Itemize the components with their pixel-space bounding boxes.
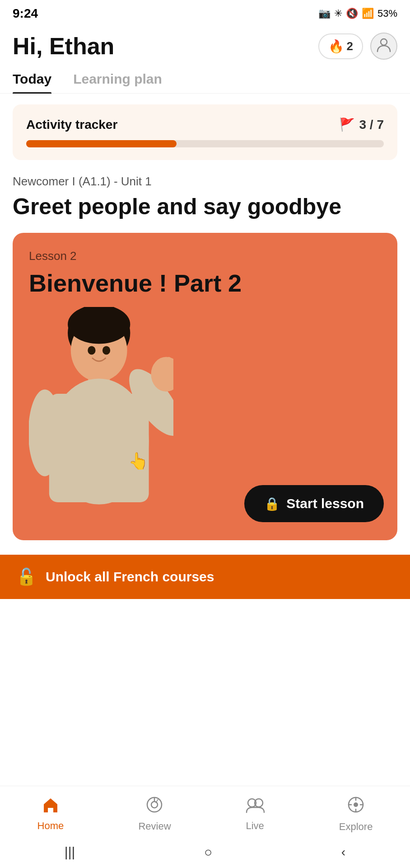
activity-tracker[interactable]: Activity tracker 🚩 3 / 7 <box>13 104 397 160</box>
mute-icon: 🔇 <box>346 8 358 19</box>
header: Hi, Ethan 🔥 2 <box>0 24 410 64</box>
svg-point-7 <box>29 389 61 476</box>
svg-point-14 <box>102 346 110 354</box>
nav-live-label: Live <box>246 820 264 832</box>
android-recent-btn[interactable]: ||| <box>65 844 75 860</box>
nav-review-label: Review <box>138 821 171 832</box>
tab-today[interactable]: Today <box>13 64 51 93</box>
start-lesson-button[interactable]: 🔒 Start lesson <box>244 485 384 522</box>
person-illustration <box>29 307 173 524</box>
explore-icon <box>346 795 365 818</box>
lesson-label: Lesson 2 <box>29 249 381 263</box>
status-time: 9:24 <box>13 6 38 21</box>
streak-count: 2 <box>347 39 353 53</box>
unlock-text: Unlock all French courses <box>46 569 214 585</box>
profile-button[interactable] <box>370 33 397 60</box>
streak-badge[interactable]: 🔥 2 <box>318 33 363 59</box>
status-icons: 📷 ✳ 🔇 📶 53% <box>318 8 397 19</box>
svg-point-0 <box>381 39 387 45</box>
bottom-spacer <box>0 599 410 689</box>
svg-rect-10 <box>160 359 165 372</box>
camera-icon: 📷 <box>318 8 331 19</box>
home-icon <box>42 796 60 817</box>
svg-point-16 <box>151 802 158 808</box>
unit-label: Newcomer I (A1.1) - Unit 1 <box>0 175 410 189</box>
tabs-container: Today Learning plan <box>0 64 410 94</box>
nav-explore-label: Explore <box>339 821 373 833</box>
tracker-progress: 3 / 7 <box>359 118 384 132</box>
flame-icon: 🔥 <box>328 39 344 54</box>
tracker-count: 🚩 3 / 7 <box>339 117 384 132</box>
tracker-title: Activity tracker <box>26 118 117 132</box>
bluetooth-icon: ✳ <box>334 8 342 19</box>
tab-learning-plan[interactable]: Learning plan <box>73 64 162 93</box>
nav-live[interactable]: Live <box>246 796 265 832</box>
flag-icon: 🚩 <box>339 117 355 132</box>
lesson-card[interactable]: Lesson 2 Bienvenue ! Part 2 <box>13 233 397 540</box>
unlock-lock-icon: 🔓 <box>16 567 37 586</box>
svg-rect-6 <box>49 394 149 502</box>
battery-indicator: 53% <box>377 8 397 19</box>
android-home-btn[interactable]: ○ <box>204 844 212 860</box>
nav-home-label: Home <box>37 820 64 832</box>
signal-icon: 📶 <box>362 8 374 19</box>
svg-point-13 <box>88 346 95 354</box>
lock-icon: 🔒 <box>264 496 280 511</box>
progress-bar-track <box>26 140 384 147</box>
nav-home[interactable]: Home <box>37 796 64 832</box>
android-nav: ||| ○ ‹ <box>0 837 410 868</box>
android-back-btn[interactable]: ‹ <box>341 845 345 859</box>
review-icon <box>145 796 163 818</box>
svg-point-20 <box>354 802 358 807</box>
unlock-banner[interactable]: 🔓 Unlock all French courses <box>0 555 410 599</box>
svg-rect-11 <box>166 357 172 371</box>
progress-bar-fill <box>26 140 177 147</box>
status-bar: 9:24 📷 ✳ 🔇 📶 53% <box>0 0 410 24</box>
svg-rect-12 <box>172 359 173 371</box>
lesson-title: Bienvenue ! Part 2 <box>29 269 381 298</box>
nav-explore[interactable]: Explore <box>339 795 373 833</box>
person-icon <box>376 36 392 56</box>
live-icon <box>246 796 265 817</box>
unit-title: Greet people and say goodbye <box>0 193 410 220</box>
header-actions: 🔥 2 <box>318 33 397 60</box>
bottom-nav: Home Review Live <box>0 786 410 868</box>
nav-review[interactable]: Review <box>138 796 171 832</box>
greeting-text: Hi, Ethan <box>13 33 114 60</box>
